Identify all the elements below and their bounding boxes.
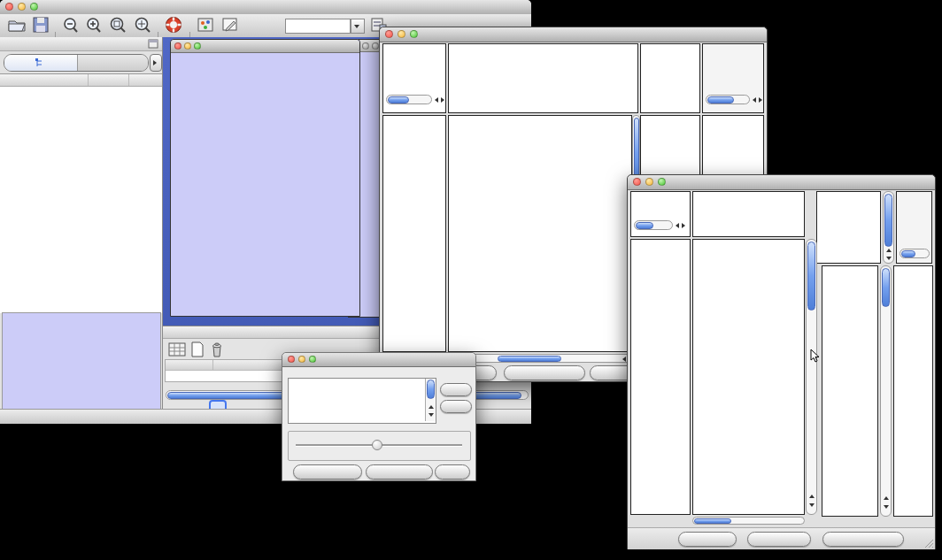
close-button[interactable] — [174, 42, 181, 50]
tv1-status-scrollbar[interactable] — [386, 95, 432, 104]
close-button[interactable] — [633, 178, 641, 186]
tv2-heatmap[interactable] — [692, 239, 805, 515]
minimize-button[interactable] — [18, 3, 26, 11]
tab-network[interactable] — [4, 55, 78, 71]
col-header-edges[interactable] — [129, 74, 162, 86]
window-controls[interactable] — [5, 3, 38, 11]
scroll-right-icon[interactable] — [682, 223, 685, 228]
scroll-up-icon[interactable] — [429, 405, 434, 409]
zoom-selected-icon[interactable] — [108, 17, 127, 34]
vscroll-thumb[interactable] — [807, 242, 815, 311]
zoom-button[interactable] — [410, 30, 418, 38]
search-dropdown-button[interactable] — [351, 19, 365, 34]
tv1-column-labels[interactable] — [640, 43, 700, 113]
tv1-column-dendrogram[interactable] — [448, 43, 638, 113]
scroll-left-icon[interactable] — [435, 97, 438, 103]
zoom-button[interactable] — [309, 356, 316, 363]
save-icon[interactable] — [32, 17, 50, 33]
tv2-labels-vscrollbar[interactable] — [883, 191, 894, 264]
tv1-export-graphics-button[interactable] — [504, 365, 585, 380]
scroll-up-icon[interactable] — [886, 249, 892, 252]
hscroll-thumb[interactable] — [694, 518, 731, 524]
create-vizmap-button[interactable] — [366, 464, 433, 479]
vscroll-thumb[interactable] — [882, 268, 890, 307]
zoom-button[interactable] — [658, 178, 666, 186]
scroll-up-icon[interactable] — [809, 495, 815, 498]
vscroll-thumb[interactable] — [884, 194, 892, 247]
data-col-id[interactable] — [166, 360, 213, 370]
done-button[interactable] — [435, 464, 470, 479]
attribute-list[interactable] — [288, 378, 436, 424]
vscroll-thumb[interactable] — [427, 380, 435, 399]
network-window-title-bar[interactable] — [171, 40, 359, 53]
minimize-button[interactable] — [398, 30, 405, 38]
tv2-hints-scrollbar[interactable] — [900, 249, 930, 258]
tv1-heatmap[interactable] — [448, 115, 632, 352]
scroll-up-icon[interactable] — [884, 496, 889, 500]
tv2-detail-heatmap[interactable] — [822, 265, 878, 517]
animate-vizmap-button[interactable] — [293, 464, 362, 479]
hscroll-thumb[interactable] — [388, 96, 409, 104]
zoom-in-icon[interactable] — [85, 17, 103, 34]
col-header-nodes[interactable] — [89, 74, 129, 86]
tv2-status-scrollbar[interactable] — [634, 220, 673, 230]
scroll-down-icon[interactable] — [429, 413, 434, 417]
main-title-bar[interactable] — [0, 0, 531, 15]
slider-thumb[interactable] — [372, 440, 382, 450]
scroll-left-icon[interactable] — [753, 97, 756, 103]
network-overview-panel[interactable] — [2, 312, 161, 410]
hscroll-thumb[interactable] — [901, 250, 915, 257]
treeview2-title-bar[interactable] — [628, 175, 935, 190]
annotation-icon[interactable] — [221, 17, 239, 33]
minimize-button[interactable] — [184, 42, 191, 50]
col-header-network[interactable] — [0, 74, 89, 86]
tv2-heatmap-vscrollbar[interactable] — [806, 239, 817, 515]
resize-grip-icon[interactable] — [923, 538, 934, 548]
zoom-fit-icon[interactable] — [133, 17, 152, 34]
minimize-button[interactable] — [645, 178, 653, 186]
tab-vizmapper[interactable] — [78, 55, 148, 71]
zoom-button[interactable] — [30, 3, 38, 11]
minimize-button[interactable] — [362, 42, 369, 50]
tv2-export-graphics-button[interactable] — [822, 532, 904, 547]
tv2-save-data-button[interactable] — [747, 532, 811, 547]
scroll-down-icon[interactable] — [884, 505, 889, 509]
open-file-icon[interactable] — [7, 17, 27, 33]
tv1-row-dendrogram[interactable] — [382, 115, 446, 352]
tv2-column-dendrogram[interactable] — [692, 191, 805, 237]
attribute-list-vscrollbar[interactable] — [425, 379, 436, 421]
vizmap-snapshot-icon[interactable] — [197, 17, 214, 33]
float-panel-icon[interactable] — [148, 39, 158, 49]
tab-overflow-button[interactable] — [150, 54, 162, 72]
tv1-heatmap-hscrollbar[interactable] — [448, 354, 638, 363]
zoom-out-icon[interactable] — [62, 17, 80, 34]
dialog-title-bar[interactable] — [282, 353, 475, 367]
scroll-down-icon[interactable] — [886, 257, 892, 260]
network-window-1[interactable] — [170, 39, 360, 317]
scroll-down-icon[interactable] — [809, 503, 815, 507]
scroll-left-icon[interactable] — [622, 357, 626, 362]
tv2-detail-vscrollbar[interactable] — [880, 265, 892, 517]
tv2-row-dendrogram[interactable] — [630, 239, 691, 515]
tv1-hints-scrollbar[interactable] — [706, 95, 750, 104]
scroll-right-icon[interactable] — [441, 97, 444, 103]
attribute-down-button[interactable] — [440, 400, 472, 413]
hscroll-thumb[interactable] — [498, 356, 561, 362]
treeview1-title-bar[interactable] — [380, 27, 767, 42]
scroll-right-icon[interactable] — [759, 97, 762, 103]
tv2-heatmap-hscrollbar[interactable] — [692, 517, 805, 525]
new-attribute-icon[interactable] — [189, 341, 205, 357]
delete-attribute-icon[interactable] — [209, 341, 225, 357]
tv2-settings-button[interactable] — [678, 532, 737, 547]
zoom-button[interactable] — [372, 42, 379, 50]
zoom-button[interactable] — [194, 42, 201, 50]
attribute-up-button[interactable] — [440, 383, 472, 396]
scroll-left-icon[interactable] — [676, 223, 679, 228]
tv1-summary-matrix[interactable] — [645, 118, 695, 160]
network-view-1-canvas[interactable] — [171, 41, 358, 303]
attribute-table-icon[interactable] — [168, 341, 186, 357]
animation-speed-slider[interactable] — [296, 440, 462, 450]
close-button[interactable] — [5, 3, 13, 11]
network-overview-canvas[interactable] — [3, 313, 158, 408]
close-button[interactable] — [385, 30, 393, 38]
